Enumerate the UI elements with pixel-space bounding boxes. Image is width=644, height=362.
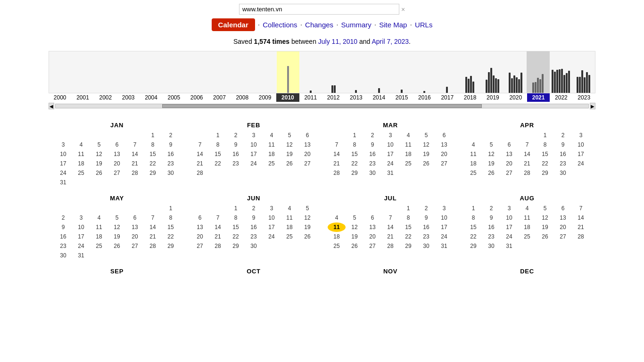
- year-label-2004[interactable]: 2004: [140, 93, 162, 102]
- urls-link[interactable]: URLs: [415, 21, 433, 29]
- cal-day-may-26: 26: [108, 241, 126, 251]
- cal-empty: [328, 204, 346, 213]
- cal-empty: [54, 131, 72, 140]
- year-label-2007[interactable]: 2007: [208, 93, 231, 102]
- scroll-thumb[interactable]: [162, 104, 482, 108]
- cal-day-apr-3: 3: [572, 131, 590, 140]
- cal-day-aug-9: 9: [482, 213, 500, 222]
- cal-day-jan-11: 11: [72, 149, 90, 159]
- year-label-2012[interactable]: 2012: [322, 93, 345, 102]
- year-label-2008[interactable]: 2008: [231, 93, 254, 102]
- month-title-sep: SEP: [54, 268, 180, 275]
- cal-day-jun-7: 7: [209, 213, 227, 222]
- year-label-2019[interactable]: 2019: [481, 93, 504, 102]
- changes-link[interactable]: Changes: [305, 21, 333, 29]
- year-label-2017[interactable]: 2017: [436, 93, 459, 102]
- timeline-col-2000[interactable]: [49, 51, 72, 93]
- cal-day-mar-15: 15: [346, 149, 363, 159]
- cal-day-jul-26: 26: [346, 241, 363, 251]
- cal-day-may-28: 28: [144, 241, 162, 251]
- timeline-col-2010[interactable]: [277, 51, 299, 93]
- year-label-2013[interactable]: 2013: [345, 93, 367, 102]
- year-label-2022[interactable]: 2022: [550, 93, 572, 102]
- year-label-2006[interactable]: 2006: [185, 93, 208, 102]
- cal-day-jan-16: 16: [162, 149, 180, 159]
- timeline-col-2008[interactable]: [231, 51, 254, 93]
- cal-day-mar-21: 21: [328, 159, 346, 168]
- cal-day-jan-3: 3: [54, 140, 72, 149]
- year-label-2005[interactable]: 2005: [163, 93, 185, 102]
- timeline-col-2020[interactable]: [504, 51, 527, 93]
- cal-day-jun-1: 1: [227, 204, 245, 213]
- timeline-col-2007[interactable]: [208, 51, 231, 93]
- sitemap-link[interactable]: Site Map: [379, 21, 407, 29]
- cal-empty: [108, 204, 126, 213]
- collections-link[interactable]: Collections: [263, 21, 297, 29]
- cal-day-jul-28: 28: [381, 241, 399, 251]
- scroll-track[interactable]: [55, 104, 589, 108]
- timeline-col-2013[interactable]: [345, 51, 367, 93]
- summary-link[interactable]: Summary: [341, 21, 372, 29]
- cal-day-jun-4: 4: [281, 204, 298, 213]
- timeline-col-2003[interactable]: [117, 51, 140, 93]
- timeline-col-2015[interactable]: [390, 51, 413, 93]
- cal-day-jul-11[interactable]: 11: [328, 222, 346, 232]
- timeline-col-2009[interactable]: [254, 51, 276, 93]
- year-label-2003[interactable]: 2003: [117, 93, 140, 102]
- scroll-left-arrow[interactable]: ◀: [49, 103, 54, 109]
- year-label-2016[interactable]: 2016: [413, 93, 436, 102]
- saved-date1-link[interactable]: July 11, 2010: [318, 38, 357, 45]
- cal-day-apr-27: 27: [500, 168, 518, 178]
- timeline-col-2022[interactable]: [550, 51, 572, 93]
- timeline-col-2023[interactable]: [572, 51, 595, 93]
- cal-day-aug-17: 17: [500, 222, 518, 232]
- cal-day-may-13: 13: [126, 222, 144, 232]
- timeline-col-2019[interactable]: [481, 51, 504, 93]
- month-title-jul: JUL: [328, 195, 453, 202]
- search-clear-button[interactable]: ×: [401, 6, 405, 13]
- calendar-button[interactable]: Calendar: [212, 18, 255, 31]
- timeline-col-2016[interactable]: [413, 51, 436, 93]
- year-label-2010[interactable]: 2010: [276, 93, 299, 102]
- year-label-2018[interactable]: 2018: [459, 93, 481, 102]
- cal-day-jun-20: 20: [191, 232, 209, 241]
- timeline-bars[interactable]: [49, 51, 595, 93]
- cal-day-jan-28: 28: [126, 168, 144, 178]
- year-label-2020[interactable]: 2020: [504, 93, 527, 102]
- year-label-2023[interactable]: 2023: [573, 93, 595, 102]
- cal-day-jun-17: 17: [263, 222, 281, 232]
- year-label-2015[interactable]: 2015: [390, 93, 413, 102]
- timeline-col-2012[interactable]: [322, 51, 345, 93]
- timeline-col-2011[interactable]: [299, 51, 322, 93]
- timeline-col-2004[interactable]: [140, 51, 163, 93]
- timeline-col-2001[interactable]: [72, 51, 94, 93]
- cal-day-jun-29: 29: [227, 241, 245, 251]
- timeline-col-2002[interactable]: [95, 51, 117, 93]
- year-label-2021[interactable]: 2021: [527, 93, 550, 102]
- timeline-col-2014[interactable]: [368, 51, 390, 93]
- year-label-2009[interactable]: 2009: [254, 93, 276, 102]
- saved-date2-link[interactable]: April 7, 2023: [372, 38, 409, 45]
- year-label-2011[interactable]: 2011: [299, 93, 322, 102]
- cal-day-feb-6: 6: [298, 131, 316, 140]
- scroll-right-arrow[interactable]: ▶: [590, 103, 595, 109]
- saved-prefix: Saved: [233, 38, 254, 45]
- year-label-2000[interactable]: 2000: [49, 93, 71, 102]
- cal-empty: [72, 131, 90, 140]
- timeline-col-2018[interactable]: [459, 51, 481, 93]
- year-label-2002[interactable]: 2002: [94, 93, 117, 102]
- search-input[interactable]: [239, 4, 399, 15]
- cal-day-may-11: 11: [90, 222, 108, 232]
- timeline-col-2005[interactable]: [163, 51, 185, 93]
- year-label-2001[interactable]: 2001: [71, 93, 94, 102]
- year-label-2014[interactable]: 2014: [368, 93, 390, 102]
- cal-day-jun-26: 26: [298, 232, 316, 241]
- cal-day-mar-16: 16: [363, 149, 381, 159]
- cal-day-may-14: 14: [144, 222, 162, 232]
- timeline-col-2006[interactable]: [186, 51, 208, 93]
- timeline-col-2021[interactable]: [527, 51, 549, 93]
- cal-day-jun-14: 14: [209, 222, 227, 232]
- cal-day-may-25: 25: [90, 241, 108, 251]
- timeline-col-2017[interactable]: [436, 51, 458, 93]
- cal-day-apr-9: 9: [554, 140, 572, 149]
